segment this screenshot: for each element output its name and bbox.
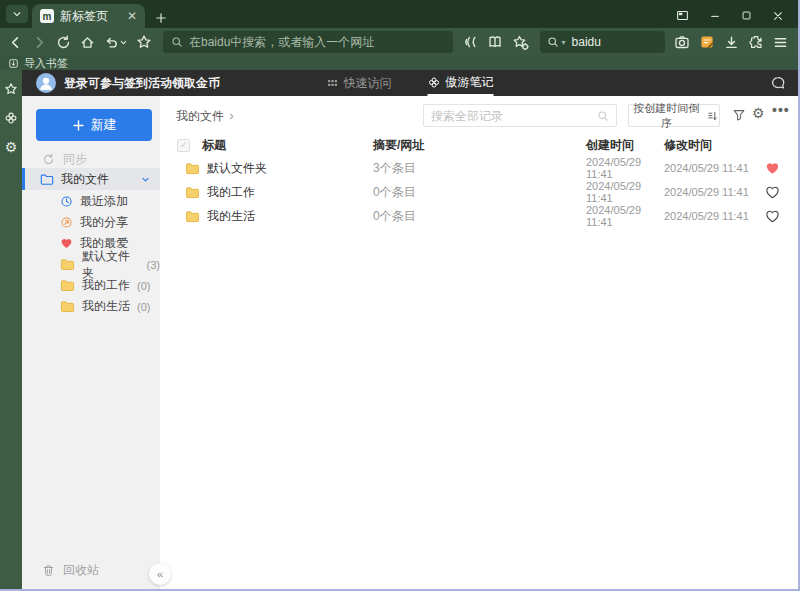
browser-tab-active[interactable]: m 新标签页 ✕ xyxy=(32,4,145,28)
home-button[interactable] xyxy=(80,35,95,50)
forward-button[interactable] xyxy=(32,35,47,50)
folder-icon xyxy=(60,279,75,292)
header-tabs: 快速访问 傲游笔记 xyxy=(327,70,494,96)
notes-shortcut-icon[interactable] xyxy=(699,34,715,50)
read-aloud-icon[interactable] xyxy=(462,34,478,50)
sidebar-item-my-files[interactable]: 我的文件 xyxy=(22,168,160,190)
address-bar[interactable]: 在baidu中搜索，或者输入一个网址 xyxy=(163,31,453,53)
select-all-checkbox[interactable]: ✓ xyxy=(177,139,190,152)
search-icon xyxy=(597,110,609,122)
maximize-button[interactable] xyxy=(741,10,752,21)
back-button[interactable] xyxy=(8,35,23,50)
minimize-button[interactable] xyxy=(709,10,721,22)
tab-maxthon-notes[interactable]: 傲游笔记 xyxy=(428,70,494,96)
sidebar-tree-item[interactable]: 最近添加 xyxy=(22,191,160,212)
screenshot-camera-icon[interactable] xyxy=(674,34,690,50)
sidebar-tree-item-label: 最近添加 xyxy=(80,193,128,210)
sidebar-tree-item-count: (0) xyxy=(137,301,150,313)
sidebar-tree-item-label: 我的生活 xyxy=(82,298,130,315)
favorites-star-icon[interactable] xyxy=(4,82,18,96)
favorite-heart-toggle[interactable] xyxy=(764,160,780,176)
favorites-manager-icon[interactable] xyxy=(512,34,529,51)
tab-maxthon-notes-label: 傲游笔记 xyxy=(446,74,494,91)
view-settings-gear-icon[interactable]: ⚙ xyxy=(752,105,765,121)
trash-icon xyxy=(42,564,55,577)
favorite-star-button[interactable] xyxy=(136,34,152,50)
notes-clover-icon[interactable] xyxy=(4,111,18,125)
records-search-box[interactable] xyxy=(423,104,617,127)
sidebar-tree: 最近添加 我的分享 我的最爱 xyxy=(22,191,160,317)
new-tab-button[interactable] xyxy=(155,12,167,24)
settings-gear-icon[interactable]: ⚙ xyxy=(5,140,18,154)
downloads-icon[interactable] xyxy=(724,35,739,50)
feedback-chat-icon[interactable] xyxy=(770,75,786,91)
tab-close-icon[interactable]: ✕ xyxy=(127,9,137,23)
sidebar-tree-item-count: (3) xyxy=(147,259,160,271)
row-summary: 3个条目 xyxy=(373,160,586,177)
column-header-created[interactable]: 创建时间 xyxy=(586,137,664,154)
engine-search-value: baidu xyxy=(572,35,601,49)
new-note-button[interactable]: 新建 xyxy=(36,109,152,141)
folder-icon xyxy=(185,186,200,199)
search-icon xyxy=(547,36,559,48)
import-bookmarks-button[interactable]: 导入书签 xyxy=(24,56,68,71)
sync-button[interactable]: 同步 xyxy=(42,152,160,166)
sort-desc-icon xyxy=(707,110,719,122)
chevron-right-icon xyxy=(227,112,236,121)
sidebar-tree-item[interactable]: 我的分享 xyxy=(22,212,160,233)
column-header-title[interactable]: 标题 xyxy=(202,137,373,154)
sort-order-button[interactable]: 按创建时间倒序 xyxy=(628,104,720,127)
notes-main: 我的文件 按创建时间倒序 ⚙ ••• xyxy=(160,96,798,589)
records-search-input[interactable] xyxy=(431,109,593,123)
tab-list-dropdown-button[interactable] xyxy=(6,5,28,23)
row-modified-time: 2024/05/29 11:41 xyxy=(664,210,750,222)
layout-mode-icon[interactable] xyxy=(676,9,689,22)
browser-window: m 新标签页 ✕ 在baidu中搜索，或者输入一个网址 xyxy=(0,0,800,591)
breadcrumb[interactable]: 我的文件 xyxy=(176,108,236,125)
table-row[interactable]: 默认文件夹 3个条目 2024/05/29 11:41 2024/05/29 1… xyxy=(160,156,798,180)
menu-icon[interactable] xyxy=(773,35,788,50)
extensions-puzzle-icon[interactable] xyxy=(748,34,764,50)
window-controls xyxy=(676,9,798,28)
address-placeholder: 在baidu中搜索，或者输入一个网址 xyxy=(189,34,374,51)
grid-icon xyxy=(327,77,339,89)
close-button[interactable] xyxy=(772,10,784,22)
favorite-heart-toggle[interactable] xyxy=(764,208,780,224)
notes-header: 登录可参与签到活动领取金币 快速访问 傲游笔记 xyxy=(22,70,798,96)
row-created-time: 2024/05/29 11:41 xyxy=(586,204,664,228)
navigation-bar: 在baidu中搜索，或者输入一个网址 ▾ baidu xyxy=(0,28,798,56)
tab-quick-access[interactable]: 快速访问 xyxy=(327,70,392,96)
favorite-heart-toggle[interactable] xyxy=(764,184,780,200)
side-strip: ⚙ xyxy=(0,70,22,589)
sidebar-tree-item-label: 我的分享 xyxy=(80,214,128,231)
table-row[interactable]: 我的生活 0个条目 2024/05/29 11:41 2024/05/29 11… xyxy=(160,204,798,228)
refresh-button[interactable] xyxy=(56,35,71,50)
sidebar-tree-item-count: (0) xyxy=(137,280,150,292)
column-header-modified[interactable]: 修改时间 xyxy=(664,137,750,154)
recycle-bin-button[interactable]: 回收站 xyxy=(42,562,99,579)
login-promo-text[interactable]: 登录可参与签到活动领取金币 xyxy=(64,75,220,92)
column-header-summary[interactable]: 摘要/网址 xyxy=(373,137,586,154)
folder-icon xyxy=(185,210,200,223)
engine-dropdown-icon[interactable]: ▾ xyxy=(562,38,566,47)
sidebar-collapse-button[interactable]: « xyxy=(149,563,171,585)
notes-clover-icon xyxy=(428,76,441,89)
tab-bar: m 新标签页 ✕ xyxy=(0,0,798,28)
breadcrumb-label: 我的文件 xyxy=(176,108,224,125)
bookmarks-bar: 导入书签 xyxy=(0,56,798,70)
sync-label: 同步 xyxy=(63,151,87,168)
new-note-label: 新建 xyxy=(91,116,117,134)
sidebar-tree-item[interactable]: 我的生活 (0) xyxy=(22,296,160,317)
sidebar-tree-item[interactable]: 默认文件夹 (3) xyxy=(22,254,160,275)
user-avatar[interactable] xyxy=(36,73,56,93)
notes-sidebar: 新建 同步 我的文件 xyxy=(22,96,160,589)
reader-mode-icon[interactable] xyxy=(487,34,503,50)
filter-funnel-icon[interactable] xyxy=(732,108,746,122)
undo-button[interactable] xyxy=(104,35,127,50)
table-row[interactable]: 我的工作 0个条目 2024/05/29 11:41 2024/05/29 11… xyxy=(160,180,798,204)
engine-search-box[interactable]: ▾ baidu xyxy=(540,31,665,53)
more-options-icon[interactable]: ••• xyxy=(772,102,790,118)
chevron-down-icon[interactable] xyxy=(141,175,150,184)
tab-title: 新标签页 xyxy=(60,8,121,25)
share-icon xyxy=(60,216,73,229)
